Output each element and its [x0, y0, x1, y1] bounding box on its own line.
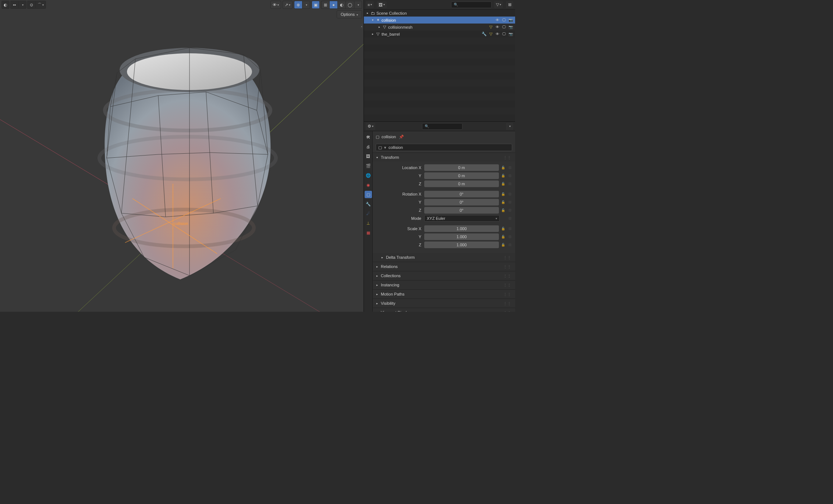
- eye-icon[interactable]: 👁: [495, 17, 500, 23]
- viewport-3d[interactable]: ◐ ▪▪ ⊙ ⌒ 👁 ↗ ⊕ ▣ ⊞: [0, 0, 364, 312]
- section-header-relations[interactable]: ▸ Relations ⋮⋮: [373, 262, 515, 271]
- keyframe-dot[interactable]: [508, 193, 511, 196]
- tab-data[interactable]: ▦: [365, 229, 372, 236]
- outliner-search[interactable]: [451, 1, 492, 8]
- grip-icon[interactable]: ⋮⋮: [503, 265, 511, 269]
- tab-viewlayer[interactable]: 🖼: [365, 153, 372, 160]
- keyframe-dot[interactable]: [508, 201, 511, 204]
- tab-output[interactable]: 🖨: [365, 143, 372, 150]
- grip-icon[interactable]: ⋮⋮: [503, 301, 511, 305]
- grip-icon[interactable]: ⋮⋮: [503, 156, 511, 160]
- object-name-field[interactable]: ▢ ▾ collision: [376, 144, 512, 151]
- gizmo-menu[interactable]: ↗: [283, 1, 293, 9]
- keyframe-dot[interactable]: [508, 209, 511, 212]
- camera-icon[interactable]: 📷: [508, 24, 514, 30]
- rotation-z-field[interactable]: 0°: [424, 207, 499, 214]
- keyframe-dot[interactable]: [508, 217, 511, 220]
- disclosure-icon[interactable]: ▸: [365, 11, 370, 15]
- sidebar-collapse-handle[interactable]: ‹: [360, 24, 364, 29]
- shading-wireframe[interactable]: ⊞: [321, 1, 329, 9]
- visibility-menu[interactable]: 👁: [270, 1, 281, 9]
- monitor-icon[interactable]: 🖵: [501, 17, 507, 23]
- disclosure-icon[interactable]: ▸: [371, 32, 375, 36]
- tab-collection[interactable]: ◉: [365, 181, 372, 189]
- lock-icon[interactable]: 🔓: [500, 242, 506, 248]
- eye-icon[interactable]: 👁: [495, 24, 500, 30]
- lock-icon[interactable]: 🔓: [500, 233, 506, 240]
- outliner-row-the-barrel[interactable]: ▸ ▽ the_barrel 🔧 ▽ 👁 🖵 📷: [364, 31, 515, 37]
- tab-scene[interactable]: 🎬: [365, 162, 372, 169]
- monitor-icon[interactable]: 🖵: [501, 24, 507, 30]
- lock-icon[interactable]: 🔓: [500, 172, 506, 179]
- scale-y-field[interactable]: 1.000: [424, 233, 499, 240]
- pin-icon[interactable]: 📌: [398, 133, 405, 140]
- viewport-options-button[interactable]: Options: [337, 10, 362, 18]
- rotation-x-field[interactable]: 0°: [424, 191, 499, 197]
- grip-icon[interactable]: ⋮⋮: [503, 311, 511, 312]
- scale-x-field[interactable]: 1.000: [424, 225, 499, 232]
- camera-icon[interactable]: 📷: [508, 31, 514, 37]
- outliner-row-scene-collection[interactable]: ▸ 🗀 Scene Collection: [364, 10, 515, 17]
- xray-toggle[interactable]: ▣: [312, 1, 320, 9]
- outliner-display-mode[interactable]: ≡: [365, 1, 374, 9]
- outliner-row-collisionmesh[interactable]: ▸ ▽ collisionmesh ▽ 👁 🖵 📷: [364, 24, 515, 31]
- shading-solid[interactable]: ●: [329, 1, 337, 9]
- tab-world[interactable]: 🌐: [365, 172, 372, 179]
- properties-editor-type[interactable]: ⚙: [365, 122, 376, 131]
- section-header-collections[interactable]: ▸ Collections ⋮⋮: [373, 271, 515, 280]
- grip-icon[interactable]: ⋮⋮: [503, 274, 511, 278]
- eye-icon[interactable]: 👁: [495, 31, 500, 37]
- tab-modifiers[interactable]: 🔧: [365, 200, 372, 208]
- section-header-viewport-display[interactable]: ▾ Viewport Display ⋮⋮: [373, 308, 515, 312]
- lock-icon[interactable]: 🔓: [500, 207, 506, 214]
- outliner-row-collision[interactable]: ▾ ✦ collision 👁 🖵 📷: [364, 17, 515, 24]
- location-y-field[interactable]: 0 m: [424, 172, 499, 179]
- tab-object[interactable]: ▢: [365, 191, 372, 198]
- snap-toggle[interactable]: ▪▪: [10, 1, 18, 9]
- tab-render[interactable]: 🛠: [365, 133, 372, 141]
- grip-icon[interactable]: ⋮⋮: [503, 292, 511, 296]
- section-header-motion-paths[interactable]: ▸ Motion Paths ⋮⋮: [373, 290, 515, 299]
- disclosure-icon[interactable]: ▸: [377, 25, 382, 29]
- shading-options[interactable]: [354, 1, 362, 9]
- rotation-mode-dropdown[interactable]: XYZ Euler: [424, 215, 500, 222]
- overlay-toggle[interactable]: ⊕: [294, 1, 302, 9]
- lock-icon[interactable]: 🔓: [500, 199, 506, 205]
- shading-rendered[interactable]: ◯: [345, 1, 354, 9]
- section-header-delta-transform[interactable]: ▸ Delta Transform ⋮⋮: [373, 253, 515, 262]
- disclosure-icon[interactable]: ▾: [371, 18, 375, 22]
- keyframe-dot[interactable]: [508, 182, 511, 185]
- tab-physics[interactable]: ☄: [365, 210, 372, 217]
- outliner-filter[interactable]: ▽: [494, 1, 503, 9]
- keyframe-dot[interactable]: [508, 227, 511, 230]
- lock-icon[interactable]: 🔓: [500, 180, 506, 187]
- proportional-edit-toggle[interactable]: ⊙: [27, 1, 35, 9]
- monitor-icon[interactable]: 🖵: [501, 31, 507, 37]
- rotation-y-field[interactable]: 0°: [424, 199, 499, 205]
- overlay-options[interactable]: [302, 1, 310, 9]
- properties-search[interactable]: [422, 123, 462, 130]
- grip-icon[interactable]: ⋮⋮: [503, 255, 511, 260]
- snap-options[interactable]: [18, 1, 26, 9]
- keyframe-dot[interactable]: [508, 166, 511, 169]
- section-header-instancing[interactable]: ▸ Instancing ⋮⋮: [373, 280, 515, 289]
- viewport-canvas[interactable]: [0, 0, 364, 312]
- keyframe-dot[interactable]: [508, 174, 511, 177]
- outliner-view-menu[interactable]: 🖼: [376, 1, 387, 9]
- shading-matpreview[interactable]: ◐: [337, 1, 345, 9]
- section-header-visibility[interactable]: ▸ Visibility ⋮⋮: [373, 299, 515, 308]
- location-z-field[interactable]: 0 m: [424, 180, 499, 187]
- section-header-transform[interactable]: ▾ Transform ⋮⋮: [373, 153, 515, 162]
- lock-icon[interactable]: 🔓: [500, 191, 506, 197]
- scale-z-field[interactable]: 1.000: [424, 242, 499, 248]
- lock-icon[interactable]: 🔓: [500, 164, 506, 171]
- lock-icon[interactable]: 🔓: [500, 225, 506, 232]
- grip-icon[interactable]: ⋮⋮: [503, 283, 511, 287]
- keyframe-dot[interactable]: [508, 235, 511, 238]
- properties-options[interactable]: [506, 122, 514, 131]
- location-x-field[interactable]: 0 m: [424, 164, 499, 171]
- interaction-mode-menu[interactable]: ◐: [1, 1, 10, 9]
- outliner-new-collection[interactable]: ⊞: [506, 1, 514, 9]
- outliner-tree[interactable]: ▸ 🗀 Scene Collection ▾ ✦ collision 👁 🖵 📷: [364, 10, 515, 121]
- tab-constraints[interactable]: ⊥: [365, 219, 372, 227]
